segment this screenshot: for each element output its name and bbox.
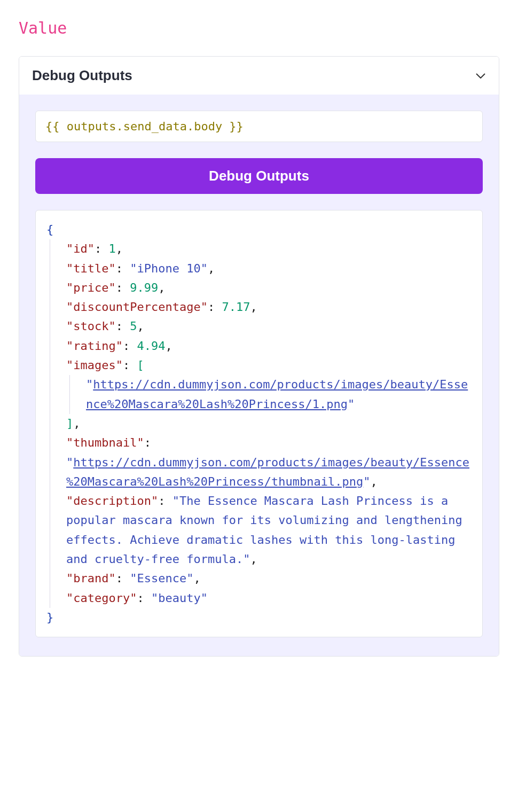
json-key-rating: "rating" (66, 339, 123, 353)
json-key-thumbnail: "thumbnail" (66, 436, 144, 449)
json-value-brand: "Essence" (130, 572, 193, 585)
json-value-stock: 5 (130, 319, 137, 333)
json-value-rating: 4.94 (137, 339, 165, 353)
json-key-brand: "brand" (66, 572, 116, 585)
json-value-id: 1 (108, 242, 115, 255)
panel-header[interactable]: Debug Outputs (19, 57, 499, 95)
json-value-title: "iPhone 10" (130, 262, 208, 275)
json-value-price: 9.99 (130, 281, 158, 294)
json-key-description: "description" (66, 494, 158, 508)
json-value-images-url[interactable]: https://cdn.dummyjson.com/products/image… (86, 378, 468, 410)
json-key-discount: "discountPercentage" (66, 300, 208, 314)
json-key-stock: "stock" (66, 319, 116, 333)
json-key-price: "price" (66, 281, 116, 294)
json-value-thumbnail-url[interactable]: https://cdn.dummyjson.com/products/image… (66, 456, 469, 488)
panel-body: {{ outputs.send_data.body }} Debug Outpu… (19, 95, 499, 656)
json-key-images: "images" (66, 358, 123, 372)
json-value-category: "beauty" (151, 591, 208, 605)
json-key-id: "id" (66, 242, 95, 255)
json-close-brace: } (46, 611, 53, 624)
panel-title: Debug Outputs (32, 67, 132, 84)
debug-outputs-panel: Debug Outputs {{ outputs.send_data.body … (19, 56, 499, 657)
json-open-brace: { (46, 223, 53, 236)
chevron-down-icon (475, 71, 486, 81)
debug-outputs-button[interactable]: Debug Outputs (35, 158, 483, 194)
json-output: { "id": 1, "title": "iPhone 10", "price"… (35, 210, 483, 637)
json-key-title: "title" (66, 262, 116, 275)
json-value-discount: 7.17 (222, 300, 250, 314)
json-key-category: "category" (66, 591, 137, 605)
section-title: Value (19, 19, 499, 37)
expression-input[interactable]: {{ outputs.send_data.body }} (35, 111, 483, 142)
